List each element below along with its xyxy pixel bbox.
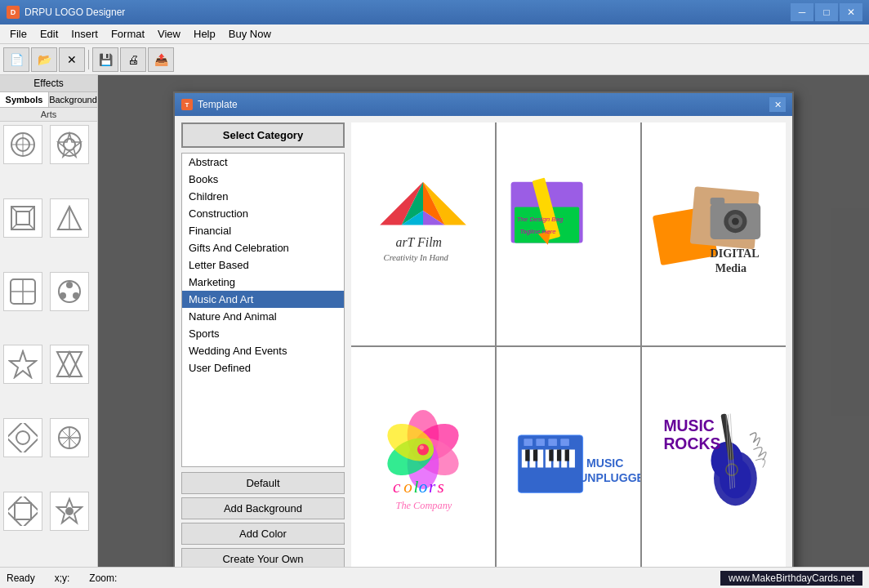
template-music-rocks[interactable]: MUSIC ROCKS bbox=[642, 347, 786, 567]
symbol-cell[interactable] bbox=[50, 345, 89, 384]
toolbar-separator-1 bbox=[88, 50, 89, 69]
svg-marker-25 bbox=[57, 352, 82, 376]
svg-text:s: s bbox=[438, 477, 444, 497]
tab-background[interactable]: Background bbox=[49, 92, 97, 107]
svg-text:r: r bbox=[429, 477, 436, 497]
svg-marker-24 bbox=[57, 352, 82, 376]
category-panel: Select Category Abstract Books Children … bbox=[181, 122, 345, 567]
symbol-cell[interactable] bbox=[3, 418, 42, 457]
template-dialog: T Template ✕ Select Category Abstract Bo… bbox=[173, 91, 794, 567]
category-item-sports[interactable]: Sports bbox=[182, 325, 344, 342]
symbol-cell[interactable] bbox=[3, 198, 42, 238]
category-item-construction[interactable]: Construction bbox=[182, 205, 344, 222]
svg-rect-26 bbox=[8, 423, 38, 452]
status-website: www.MakeBirthdayCards.net bbox=[720, 571, 862, 586]
create-your-own-button[interactable]: Create Your Own bbox=[181, 548, 345, 567]
menu-file[interactable]: File bbox=[3, 26, 33, 42]
arts-label: Arts bbox=[0, 108, 97, 122]
svg-rect-92 bbox=[560, 439, 569, 446]
svg-point-27 bbox=[16, 431, 29, 444]
symbol-cell[interactable] bbox=[3, 492, 42, 531]
select-category-button[interactable]: Select Category bbox=[181, 122, 345, 148]
svg-rect-57 bbox=[711, 198, 725, 205]
close-doc-button[interactable]: ✕ bbox=[59, 47, 85, 72]
symbol-cell[interactable] bbox=[3, 125, 42, 164]
template-design-bag[interactable]: The Design Bag Tagline Here bbox=[497, 122, 640, 345]
template-grid-area: arT Film Creativity In Hand bbox=[351, 122, 786, 567]
add-color-button[interactable]: Add Color bbox=[181, 523, 345, 545]
category-item-wedding[interactable]: Wedding And Events bbox=[182, 342, 344, 359]
svg-text:o: o bbox=[419, 477, 428, 497]
maximize-button[interactable]: □ bbox=[815, 3, 838, 21]
template-music-unplugged[interactable]: MUSIC UNPLUGGED bbox=[497, 347, 640, 567]
symbol-cell[interactable] bbox=[50, 492, 89, 531]
status-zoom: Zoom: bbox=[89, 572, 117, 584]
symbol-cell[interactable] bbox=[3, 272, 42, 311]
template-art-film[interactable]: arT Film Creativity In Hand bbox=[351, 122, 495, 345]
category-item-letter[interactable]: Letter Based bbox=[182, 256, 344, 274]
svg-marker-23 bbox=[10, 351, 36, 377]
category-buttons: Default Add Background Add Color Create … bbox=[181, 472, 345, 567]
toolbar: 📄 📂 ✕ 💾 🖨 📤 bbox=[0, 44, 869, 75]
status-ready: Ready bbox=[7, 572, 35, 584]
svg-rect-90 bbox=[536, 439, 545, 446]
main-content: Effects Symbols Background Arts bbox=[0, 75, 869, 567]
template-colors[interactable]: c o l o r s The Company bbox=[351, 347, 495, 567]
symbol-cell[interactable] bbox=[50, 418, 89, 457]
effects-label: Effects bbox=[0, 75, 97, 92]
menu-format[interactable]: Format bbox=[105, 26, 151, 42]
symbol-cell[interactable] bbox=[50, 198, 89, 238]
menu-edit[interactable]: Edit bbox=[33, 26, 65, 42]
dialog-title: Template bbox=[198, 99, 769, 110]
print-button[interactable]: 🖨 bbox=[120, 47, 146, 72]
minimize-button[interactable]: ─ bbox=[791, 3, 813, 21]
svg-text:Tagline Here: Tagline Here bbox=[519, 228, 556, 235]
category-item-children[interactable]: Children bbox=[182, 188, 344, 205]
menu-help[interactable]: Help bbox=[187, 26, 222, 42]
category-item-music-art[interactable]: Music And Art bbox=[182, 291, 344, 308]
export-button[interactable]: 📤 bbox=[148, 47, 174, 72]
svg-point-36 bbox=[65, 507, 74, 515]
svg-point-20 bbox=[66, 282, 73, 288]
category-item-books[interactable]: Books bbox=[182, 171, 344, 188]
category-item-nature[interactable]: Nature And Animal bbox=[182, 308, 344, 325]
symbol-cell[interactable] bbox=[50, 125, 89, 164]
svg-text:ROCKS: ROCKS bbox=[663, 435, 720, 453]
symbol-cell[interactable] bbox=[50, 272, 89, 311]
new-button[interactable]: 📄 bbox=[3, 47, 29, 72]
svg-text:DIGITAL: DIGITAL bbox=[711, 247, 760, 260]
svg-rect-91 bbox=[548, 439, 557, 446]
dialog-close-button[interactable]: ✕ bbox=[769, 97, 786, 112]
default-button[interactable]: Default bbox=[181, 472, 345, 494]
svg-text:MUSIC: MUSIC bbox=[586, 457, 623, 470]
category-item-gifts[interactable]: Gifts And Celebration bbox=[182, 239, 344, 256]
menu-buynow[interactable]: Buy Now bbox=[222, 26, 278, 42]
svg-point-21 bbox=[73, 292, 79, 299]
svg-rect-34 bbox=[15, 503, 31, 519]
template-grid: arT Film Creativity In Hand bbox=[351, 122, 786, 567]
title-bar: D DRPU LOGO Designer ─ □ ✕ bbox=[0, 0, 869, 24]
close-button[interactable]: ✕ bbox=[840, 3, 862, 21]
left-panel: Effects Symbols Background Arts bbox=[0, 75, 98, 567]
category-item-marketing[interactable]: Marketing bbox=[182, 274, 344, 291]
open-button[interactable]: 📂 bbox=[31, 47, 57, 72]
add-background-button[interactable]: Add Background bbox=[181, 497, 345, 519]
menu-view[interactable]: View bbox=[151, 26, 187, 42]
svg-text:l: l bbox=[414, 477, 419, 497]
save-button[interactable]: 💾 bbox=[92, 47, 118, 72]
menu-insert[interactable]: Insert bbox=[65, 26, 105, 42]
tab-symbols[interactable]: Symbols bbox=[0, 92, 49, 107]
category-item-financial[interactable]: Financial bbox=[182, 222, 344, 239]
category-item-abstract[interactable]: Abstract bbox=[182, 154, 344, 171]
svg-text:The Design Bag: The Design Bag bbox=[517, 216, 564, 223]
dialog-icon: T bbox=[181, 99, 193, 110]
svg-rect-86 bbox=[549, 450, 553, 461]
svg-rect-87 bbox=[557, 450, 561, 461]
svg-text:The Company: The Company bbox=[396, 500, 452, 511]
svg-point-56 bbox=[732, 218, 739, 225]
symbol-cell[interactable] bbox=[3, 345, 42, 384]
svg-text:Creativity In Hand: Creativity In Hand bbox=[384, 254, 449, 263]
category-item-user-defined[interactable]: User Defined bbox=[182, 359, 344, 376]
template-digital-media[interactable]: DIGITAL Media bbox=[642, 122, 786, 345]
menu-bar: File Edit Insert Format View Help Buy No… bbox=[0, 24, 869, 44]
